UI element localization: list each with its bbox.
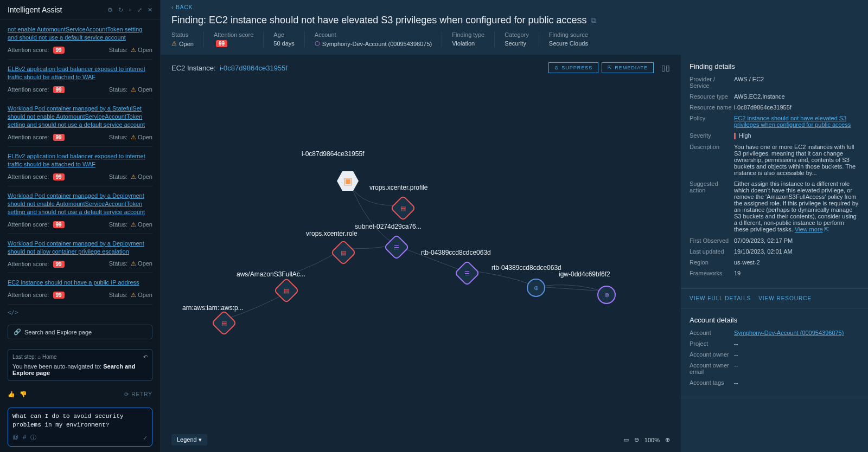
status: Status: ⚠Open: [109, 173, 152, 180]
remediate-button[interactable]: ⇱REMEDIATE: [602, 62, 654, 73]
node-label-arn: arn:aws:iam::aws:p...: [182, 304, 244, 312]
expand-icon[interactable]: ⤢: [137, 7, 142, 14]
undo-icon[interactable]: ↶: [143, 354, 148, 360]
finding-link[interactable]: Workload Pod container managed by a Stat…: [8, 105, 152, 130]
finding-item[interactable]: Workload Pod container managed by a Depl…: [8, 186, 152, 234]
policy-link[interactable]: EC2 instance should not have elevated S3…: [734, 115, 851, 128]
sidebar-header: Intelligent Assist ⚙ ↻ + ⤢ ✕: [0, 0, 160, 20]
panel-toggle-icon[interactable]: ▯▯: [661, 63, 670, 72]
sidebar-header-icons: ⚙ ↻ + ⤢ ✕: [107, 7, 152, 14]
zoom-out-icon[interactable]: ⊖: [634, 436, 639, 443]
search-explore-button[interactable]: 🔗 Search and Explore page: [8, 325, 152, 339]
node-label-main: i-0c87d9864ce31955f: [302, 150, 364, 158]
meta-row: Status ⚠Open Attention score 99 Age 50 d…: [171, 31, 857, 47]
zoom-controls: ▭ ⊖ 100% ⊕: [623, 436, 670, 443]
graph-area: EC2 Instance: i-0c87d9864ce31955f ⊘SUPPR…: [161, 55, 681, 452]
back-link[interactable]: ‹ BACK: [171, 4, 857, 10]
chevron-left-icon: ‹: [171, 4, 174, 10]
node-label-rtb2: rtb-04389ccd8cdce063d: [492, 264, 561, 272]
ec2-instance-id[interactable]: i-0c87d9864ce31955f: [220, 64, 288, 72]
node-rtb2[interactable]: ⊕: [527, 279, 545, 297]
at-icon[interactable]: @: [12, 434, 18, 442]
top-header: ‹ BACK Finding: EC2 instance should not …: [161, 0, 868, 55]
finding-link[interactable]: ELBv2 application load balancer exposed …: [8, 152, 152, 169]
finding-link[interactable]: Workload Pod container managed by a Depl…: [8, 240, 152, 256]
finding-link[interactable]: not enable AutomountServiceAccountToken …: [8, 25, 152, 42]
node-subnet[interactable]: ☰: [387, 238, 406, 256]
node-rtb1[interactable]: ☰: [458, 264, 476, 282]
submit-check-icon[interactable]: ✓: [143, 435, 148, 442]
sidebar: Intelligent Assist ⚙ ↻ + ⤢ ✕ not enable …: [0, 0, 161, 452]
attention-score: Attention score: 99: [8, 86, 65, 93]
node-label-profile: vrops.xcenter.profile: [369, 184, 427, 191]
last-step-value: Home: [42, 354, 57, 360]
node-igw[interactable]: ⊚: [597, 286, 616, 304]
view-more-link[interactable]: View more: [795, 226, 823, 233]
thumbs-up-icon[interactable]: 👍: [8, 391, 15, 398]
node-s3[interactable]: ▤: [277, 281, 296, 300]
sidebar-title: Intelligent Assist: [8, 5, 62, 14]
status: Status: ⚠Open: [109, 86, 152, 93]
status: Status: ⚠Open: [109, 134, 152, 141]
finding-title: Finding: EC2 instance should not have el…: [171, 15, 857, 26]
home-icon: ⌂: [37, 354, 41, 360]
account-details-title: Account details: [690, 316, 859, 324]
content-row: EC2 Instance: i-0c87d9864ce31955f ⊘SUPPR…: [161, 55, 868, 452]
node-profile[interactable]: ▤: [394, 199, 412, 217]
plus-icon[interactable]: +: [129, 7, 132, 14]
finding-link[interactable]: EC2 instance should not have a public IP…: [8, 279, 152, 287]
copy-icon[interactable]: ⧉: [591, 16, 596, 25]
sidebar-actions: 👍 👎 ⟳ RETRY: [0, 385, 160, 403]
attention-score: Attention score: 99: [8, 221, 65, 228]
fit-icon[interactable]: ▭: [623, 436, 629, 443]
suppress-button[interactable]: ⊘SUPPRESS: [548, 62, 598, 73]
view-resource-link[interactable]: VIEW RESOURCE: [758, 295, 812, 301]
refresh-icon[interactable]: ↻: [118, 7, 123, 14]
status: Status: ⚠Open: [109, 260, 152, 267]
finding-item[interactable]: not enable AutomountServiceAccountToken …: [8, 20, 152, 60]
code-icon[interactable]: </>: [0, 306, 160, 319]
chevron-down-icon: ▾: [199, 436, 202, 443]
graph-footer: Legend ▾ ▭ ⊖ 100% ⊕: [161, 428, 681, 452]
external-link-icon: ⇱: [824, 226, 829, 233]
finding-item[interactable]: EC2 instance should not have a public IP…: [8, 273, 152, 304]
graph-canvas[interactable]: ▣ i-0c87d9864ce31955f ▤ vrops.xcenter.pr…: [161, 81, 681, 428]
finding-link[interactable]: Workload Pod container managed by a Depl…: [8, 192, 152, 217]
finding-item[interactable]: Workload Pod container managed by a Depl…: [8, 234, 152, 274]
attention-score: Attention score: 99: [8, 134, 65, 140]
node-label-subnet: subnet-0274d29ca76...: [355, 223, 422, 230]
finding-link[interactable]: ELBv2 application load balancer exposed …: [8, 65, 152, 82]
finding-item[interactable]: ELBv2 application load balancer exposed …: [8, 147, 152, 186]
status: Status: ⚠Open: [109, 292, 152, 299]
legend-button[interactable]: Legend ▾: [171, 434, 207, 445]
attention-score: Attention score: 99: [8, 292, 65, 298]
close-icon[interactable]: ✕: [148, 7, 152, 14]
node-label-s3: aws/AmazonS3FullAc...: [237, 270, 305, 278]
info-icon[interactable]: ⓘ: [30, 434, 36, 442]
view-full-details-link[interactable]: VIEW FULL DETAILS: [690, 295, 751, 301]
ec2-instance-label: EC2 Instance: i-0c87d9864ce31955f: [171, 64, 288, 72]
account-link[interactable]: Symphony-Dev-Account (000954396075): [734, 330, 844, 336]
retry-button[interactable]: ⟳ RETRY: [124, 391, 152, 398]
node-role[interactable]: ▤: [334, 243, 353, 262]
finding-item[interactable]: Workload Pod container managed by a Stat…: [8, 99, 152, 147]
thumbs-down-icon[interactable]: 👎: [20, 391, 27, 398]
main: ‹ BACK Finding: EC2 instance should not …: [161, 0, 868, 452]
details-panel[interactable]: Finding details Provider / ServiceAWS / …: [681, 55, 868, 452]
hash-icon[interactable]: #: [23, 434, 26, 442]
status: Status: ⚠Open: [109, 221, 152, 228]
prompt-input-box[interactable]: What can I do to avoid security problems…: [8, 408, 152, 447]
attention-score: Attention score: 99: [8, 261, 65, 267]
link-icon: 🔗: [14, 328, 21, 335]
severity-bar: [734, 133, 736, 139]
node-arn[interactable]: ▤: [215, 314, 233, 332]
search-explore-label: Search and Explore page: [24, 329, 92, 335]
zoom-level: 100%: [644, 437, 660, 443]
finding-item[interactable]: ELBv2 application load balancer exposed …: [8, 60, 152, 99]
node-ec2-instance[interactable]: ▣: [337, 170, 359, 192]
external-icon: ⇱: [608, 65, 612, 70]
findings-list[interactable]: not enable AutomountServiceAccountToken …: [0, 20, 160, 306]
suppress-icon: ⊘: [554, 65, 559, 70]
gear-icon[interactable]: ⚙: [107, 7, 113, 14]
zoom-in-icon[interactable]: ⊕: [665, 436, 670, 443]
